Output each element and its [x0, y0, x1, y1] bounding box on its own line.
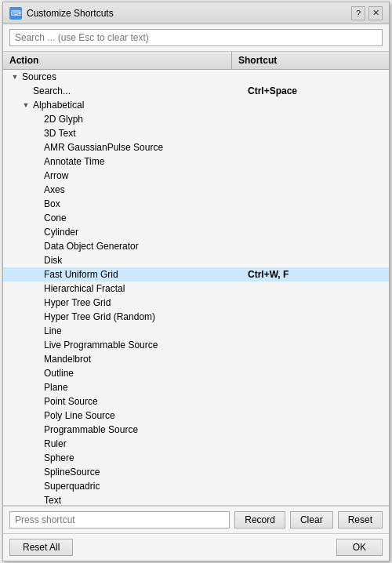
- list-item[interactable]: Cone: [3, 211, 389, 225]
- spacer: [31, 241, 42, 252]
- spacer: [31, 354, 42, 365]
- list-item[interactable]: Outline: [3, 366, 389, 380]
- spacer: [31, 495, 42, 505]
- list-item[interactable]: Point Source: [3, 394, 389, 409]
- spacer: [31, 170, 42, 181]
- spacer: [31, 438, 42, 449]
- shortcut-column-header: Shortcut: [232, 52, 389, 69]
- reset-all-button[interactable]: Reset All: [9, 539, 73, 556]
- window-title: Customize Shortcuts: [27, 8, 114, 19]
- list-item[interactable]: Programmable Source: [3, 423, 389, 437]
- spacer: [31, 142, 42, 153]
- table-scroll-area[interactable]: ▼ Sources Search... Ctrl+Space ▼ Alphabe…: [3, 70, 389, 505]
- title-bar-left: ⌨ Customize Shortcuts: [9, 7, 114, 20]
- spacer: [31, 325, 42, 336]
- list-item[interactable]: 3D Text: [3, 126, 389, 140]
- spacer: [31, 184, 42, 195]
- spacer: [31, 198, 42, 209]
- reset-button[interactable]: Reset: [338, 511, 383, 528]
- expand-icon[interactable]: ▼: [20, 100, 31, 111]
- spacer: [31, 410, 42, 421]
- list-item[interactable]: Text: [3, 493, 389, 505]
- spacer: [31, 452, 42, 463]
- spacer: [31, 212, 42, 223]
- search-area: [3, 24, 389, 52]
- footer-bar: Reset All OK: [3, 533, 389, 561]
- list-item[interactable]: Annotate Time: [3, 154, 389, 169]
- title-bar-buttons: ? ✕: [351, 6, 383, 20]
- spacer: [31, 156, 42, 167]
- list-item[interactable]: Disk: [3, 253, 389, 267]
- action-column-header: Action: [3, 52, 232, 69]
- list-item[interactable]: Axes: [3, 183, 389, 197]
- list-item[interactable]: ▼ Alphabetical: [3, 98, 389, 112]
- app-icon: ⌨: [9, 7, 22, 20]
- list-item[interactable]: Ruler: [3, 437, 389, 451]
- spacer: [31, 340, 42, 351]
- spacer: [31, 481, 42, 492]
- spacer: [31, 297, 42, 308]
- spacer: [31, 368, 42, 379]
- close-button[interactable]: ✕: [368, 6, 383, 20]
- spacer: [31, 467, 42, 478]
- spacer: [31, 311, 42, 322]
- list-item[interactable]: Line: [3, 324, 389, 338]
- shortcut-entry-bar: Record Clear Reset: [3, 506, 389, 533]
- item-label: Search...: [31, 85, 248, 96]
- expand-icon[interactable]: ▼: [9, 71, 20, 82]
- title-bar: ⌨ Customize Shortcuts ? ✕: [3, 2, 389, 24]
- list-item[interactable]: Hyper Tree Grid: [3, 296, 389, 310]
- spacer: [31, 128, 42, 139]
- spacer: [31, 382, 42, 393]
- list-item[interactable]: Data Object Generator: [3, 239, 389, 253]
- spacer: [31, 424, 42, 435]
- ok-button[interactable]: OK: [336, 539, 383, 556]
- section-label: Sources: [20, 71, 248, 82]
- list-item[interactable]: AMR GaussianPulse Source: [3, 140, 389, 154]
- list-item[interactable]: Hyper Tree Grid (Random): [3, 310, 389, 324]
- spacer: [31, 227, 42, 238]
- customize-shortcuts-window: ⌨ Customize Shortcuts ? ✕ Action Shortcu…: [2, 2, 390, 561]
- clear-button[interactable]: Clear: [290, 511, 333, 528]
- spacer: [31, 269, 42, 280]
- list-item[interactable]: Search... Ctrl+Space: [3, 84, 389, 98]
- spacer: [31, 114, 42, 125]
- search-input[interactable]: [9, 29, 383, 46]
- shortcuts-table: Action Shortcut ▼ Sources Search... Ctrl…: [3, 52, 389, 506]
- list-item[interactable]: Mandelbrot: [3, 352, 389, 366]
- list-item[interactable]: Fast Uniform Grid Ctrl+W, F: [3, 267, 389, 282]
- table-header: Action Shortcut: [3, 52, 389, 70]
- list-item[interactable]: Sphere: [3, 451, 389, 465]
- record-button[interactable]: Record: [234, 511, 285, 528]
- spacer: [20, 85, 31, 96]
- spacer: [31, 396, 42, 407]
- list-item[interactable]: ▼ Sources: [3, 70, 389, 84]
- list-item[interactable]: SplineSource: [3, 465, 389, 479]
- spacer: [31, 255, 42, 266]
- folder-label: Alphabetical: [31, 100, 248, 111]
- list-item[interactable]: Cylinder: [3, 225, 389, 239]
- list-item[interactable]: Hierarchical Fractal: [3, 282, 389, 296]
- list-item[interactable]: Superquadric: [3, 479, 389, 493]
- help-button[interactable]: ?: [351, 6, 365, 20]
- list-item[interactable]: Poly Line Source: [3, 409, 389, 423]
- list-item[interactable]: Plane: [3, 380, 389, 394]
- spacer: [31, 283, 42, 294]
- list-item[interactable]: 2D Glyph: [3, 112, 389, 126]
- list-item[interactable]: Box: [3, 197, 389, 211]
- list-item[interactable]: Live Programmable Source: [3, 338, 389, 352]
- shortcut-input[interactable]: [9, 511, 230, 528]
- list-item[interactable]: Arrow: [3, 169, 389, 183]
